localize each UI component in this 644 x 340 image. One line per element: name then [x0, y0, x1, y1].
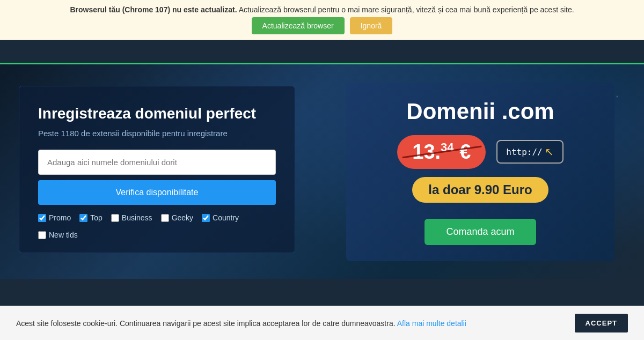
ignore-button[interactable]: Ignoră [350, 17, 393, 34]
domain-search-input[interactable] [38, 150, 276, 175]
promo-panel: Domenii .com 13.34 € http:// ↖ la doar 9… [317, 64, 644, 279]
checkbox-country[interactable]: Country [202, 213, 239, 222]
panel-title: Inregistreaza domeniul perfect [38, 105, 276, 122]
banner-bold-text: Browserul tău (Chrome 107) nu este actua… [70, 5, 237, 14]
update-browser-button[interactable]: Actualizează browser [252, 17, 345, 34]
checkbox-business[interactable]: Business [111, 213, 152, 222]
filter-checkboxes: Promo Top Business Geeky Country New tld… [38, 213, 276, 239]
new-price-label: la doar 9.90 Euro [428, 182, 532, 197]
panel-subtitle: Peste 1180 de extensii disponibile pentr… [38, 129, 276, 138]
navigation-bar [0, 40, 644, 64]
main-content-area: Inregistreaza domeniul perfect Peste 118… [0, 64, 644, 279]
domain-search-panel: Inregistreaza domeniul perfect Peste 118… [0, 64, 317, 279]
cookie-consent-bar: Acest site foloseste cookie-uri. Continu… [0, 306, 644, 340]
browser-update-banner: Browserul tău (Chrome 107) nu este actua… [0, 0, 644, 40]
checkbox-new-tlds[interactable]: New tlds [38, 231, 78, 239]
promo-title: Domenii .com [368, 99, 593, 124]
cookie-text: Acest site foloseste cookie-uri. Continu… [16, 319, 466, 328]
http-preview-box: http:// ↖ [496, 140, 563, 164]
cookie-more-link[interactable]: Afla mai multe detalii [397, 319, 466, 328]
accept-cookies-button[interactable]: ACCEPT [575, 314, 628, 332]
http-label: http:// [506, 147, 542, 157]
banner-normal-text: Actualizează browserul pentru o mai mare… [239, 5, 574, 14]
search-button[interactable]: Verifica disponibilitate [38, 180, 276, 205]
new-price-box: la doar 9.90 Euro [412, 177, 548, 203]
checkbox-geeky[interactable]: Geeky [161, 213, 193, 222]
order-button[interactable]: Comanda acum [425, 219, 536, 245]
cursor-icon: ↖ [545, 145, 554, 158]
checkbox-top[interactable]: Top [79, 213, 103, 222]
old-price-box: 13.34 € [397, 135, 486, 169]
checkbox-promo[interactable]: Promo [38, 213, 71, 222]
